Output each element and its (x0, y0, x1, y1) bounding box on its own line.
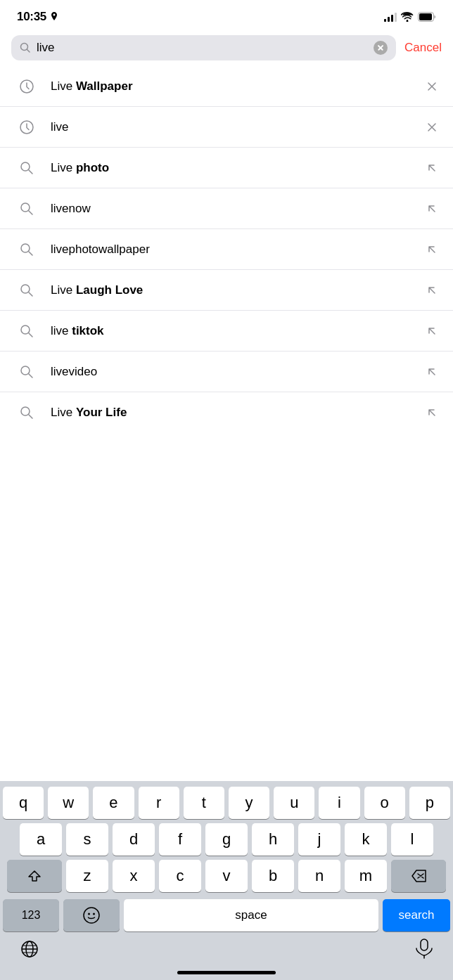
key-row-0: qwertyuiop (3, 787, 450, 819)
key-r[interactable]: r (139, 787, 179, 819)
arrow-up-left-icon (425, 366, 439, 378)
arrow-up-left-icon (425, 244, 439, 255)
key-k[interactable]: k (345, 823, 387, 856)
delete-key[interactable] (391, 860, 446, 892)
key-x[interactable]: x (113, 860, 155, 892)
svg-point-12 (84, 908, 99, 923)
svg-point-11 (21, 407, 30, 415)
key-a[interactable]: a (20, 823, 62, 856)
suggestion-item[interactable]: livenow (0, 188, 453, 229)
arrow-up-left-icon (425, 325, 439, 337)
signal-icon (384, 12, 397, 22)
key-h[interactable]: h (252, 823, 294, 856)
numbers-key[interactable]: 123 (3, 899, 59, 931)
shift-key[interactable] (7, 860, 62, 892)
bottom-key-row: 123 space search (0, 899, 453, 934)
close-icon (425, 82, 439, 91)
clear-button[interactable] (374, 41, 388, 55)
key-y[interactable]: y (229, 787, 269, 819)
suggestion-item[interactable]: Live photo (0, 148, 453, 188)
svg-point-9 (21, 325, 30, 334)
mic-icon[interactable] (415, 939, 433, 960)
key-w[interactable]: w (48, 787, 89, 819)
key-j[interactable]: j (298, 823, 340, 856)
suggestion-item[interactable]: live (0, 107, 453, 148)
status-bar: 10:35 (0, 0, 453, 30)
suggestion-text: Live Your Life (51, 406, 425, 420)
suggestion-item[interactable]: livevideo (0, 352, 453, 392)
suggestion-text: live (51, 120, 425, 134)
key-g[interactable]: g (205, 823, 248, 856)
key-p[interactable]: p (409, 787, 450, 819)
history-icon (14, 79, 39, 94)
key-d[interactable]: d (113, 823, 155, 856)
search-input-wrapper[interactable]: live (11, 35, 396, 60)
search-input[interactable]: live (37, 41, 368, 55)
arrow-up-left-icon (425, 162, 439, 174)
suggestion-text: Live Wallpaper (51, 79, 425, 94)
search-suggestion-icon (14, 365, 39, 379)
key-t[interactable]: t (184, 787, 224, 819)
suggestion-item[interactable]: Live Wallpaper (0, 66, 453, 107)
key-row-2: zxcvbnm (3, 860, 450, 892)
key-u[interactable]: u (274, 787, 314, 819)
search-key[interactable]: search (383, 899, 450, 931)
key-q[interactable]: q (3, 787, 44, 819)
key-o[interactable]: o (364, 787, 405, 819)
suggestion-item[interactable]: Live Your Life (0, 392, 453, 433)
key-v[interactable]: v (205, 860, 248, 892)
search-suggestion-icon (14, 406, 39, 420)
suggestion-text: livenow (51, 202, 425, 216)
key-e[interactable]: e (93, 787, 134, 819)
svg-point-14 (93, 913, 95, 915)
key-n[interactable]: n (298, 860, 340, 892)
search-icon (20, 42, 31, 53)
home-indicator (177, 971, 276, 974)
svg-point-13 (88, 913, 90, 915)
key-i[interactable]: i (319, 787, 359, 819)
status-time: 10:35 (17, 10, 46, 24)
svg-point-5 (21, 162, 30, 171)
key-s[interactable]: s (66, 823, 108, 856)
svg-point-6 (21, 203, 30, 212)
arrow-up-left-icon (425, 407, 439, 418)
key-m[interactable]: m (345, 860, 387, 892)
close-icon (425, 122, 439, 132)
arrow-up-left-icon (425, 203, 439, 214)
key-rows: qwertyuiopasdfghjkl zxcvbnm (0, 781, 453, 899)
keyboard: qwertyuiopasdfghjkl zxcvbnm 123 space se… (0, 781, 453, 980)
svg-rect-17 (421, 939, 428, 950)
suggestion-item[interactable]: livephotowallpaper (0, 229, 453, 270)
key-z[interactable]: z (66, 860, 108, 892)
search-suggestion-icon (14, 202, 39, 216)
battery-icon (418, 12, 436, 22)
search-suggestion-icon (14, 161, 39, 175)
emoji-key[interactable] (63, 899, 120, 931)
key-f[interactable]: f (159, 823, 201, 856)
svg-point-8 (21, 285, 30, 293)
suggestion-text: live tiktok (51, 324, 425, 338)
search-bar: live Cancel (0, 30, 453, 66)
svg-point-10 (21, 366, 30, 375)
wifi-icon (401, 12, 414, 22)
location-icon (50, 12, 58, 22)
svg-rect-1 (419, 13, 432, 20)
suggestion-text: Live Laugh Love (51, 283, 425, 297)
space-key[interactable]: space (124, 899, 378, 931)
globe-icon[interactable] (20, 939, 39, 959)
svg-point-7 (21, 244, 30, 252)
suggestion-item[interactable]: live tiktok (0, 311, 453, 352)
search-suggestion-icon (14, 324, 39, 338)
key-row-1: asdfghjkl (3, 823, 450, 856)
status-icons (384, 12, 436, 22)
key-b[interactable]: b (252, 860, 294, 892)
suggestion-text: livevideo (51, 365, 425, 379)
key-c[interactable]: c (159, 860, 201, 892)
globe-mic-row (0, 934, 453, 968)
suggestion-item[interactable]: Live Laugh Love (0, 270, 453, 311)
suggestion-text: Live photo (51, 161, 425, 175)
suggestion-text: livephotowallpaper (51, 243, 425, 257)
key-l[interactable]: l (391, 823, 433, 856)
cancel-button[interactable]: Cancel (404, 41, 442, 55)
search-suggestion-icon (14, 283, 39, 297)
